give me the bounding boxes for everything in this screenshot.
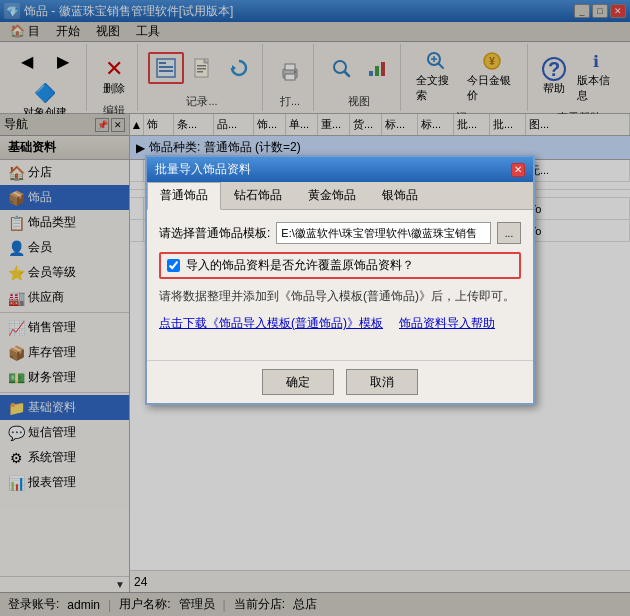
dialog-close-button[interactable]: ✕ <box>511 163 525 177</box>
confirm-button[interactable]: 确定 <box>262 369 334 395</box>
import-help-link[interactable]: 饰品资料导入帮助 <box>399 315 495 332</box>
dialog-title-bar: 批量导入饰品资料 ✕ <box>147 157 533 182</box>
dialog-footer: 确定 取消 <box>147 360 533 403</box>
cancel-button[interactable]: 取消 <box>346 369 418 395</box>
download-template-link[interactable]: 点击下载《饰品导入模板(普通饰品)》模板 <box>159 315 383 332</box>
checkbox-label: 导入的饰品资料是否允许覆盖原饰品资料？ <box>186 257 414 274</box>
tab-gold-jewelry[interactable]: 黄金饰品 <box>295 182 369 209</box>
overwrite-checkbox-row: 导入的饰品资料是否允许覆盖原饰品资料？ <box>159 252 521 279</box>
dialog-title-buttons: ✕ <box>511 163 525 177</box>
template-row: 请选择普通饰品模板: ... <box>159 222 521 244</box>
tab-normal-jewelry[interactable]: 普通饰品 <box>147 182 221 210</box>
dialog-title-text: 批量导入饰品资料 <box>155 161 251 178</box>
dialog-overlay: 批量导入饰品资料 ✕ 普通饰品 钻石饰品 黄金饰品 银饰品 请选择普通饰品模板:… <box>0 0 630 616</box>
template-path-input[interactable] <box>276 222 491 244</box>
template-label: 请选择普通饰品模板: <box>159 225 270 242</box>
import-dialog: 批量导入饰品资料 ✕ 普通饰品 钻石饰品 黄金饰品 银饰品 请选择普通饰品模板:… <box>145 155 535 405</box>
tab-silver-jewelry[interactable]: 银饰品 <box>369 182 431 209</box>
browse-button[interactable]: ... <box>497 222 521 244</box>
dialog-body: 请选择普通饰品模板: ... 导入的饰品资料是否允许覆盖原饰品资料？ 请将数据整… <box>147 210 533 360</box>
tab-diamond-jewelry[interactable]: 钻石饰品 <box>221 182 295 209</box>
dialog-note: 请将数据整理并添加到《饰品导入模板(普通饰品)》后，上传即可。 <box>159 287 521 305</box>
dialog-links: 点击下载《饰品导入模板(普通饰品)》模板 饰品资料导入帮助 <box>159 311 521 336</box>
dialog-tabs: 普通饰品 钻石饰品 黄金饰品 银饰品 <box>147 182 533 210</box>
overwrite-checkbox[interactable] <box>167 259 180 272</box>
